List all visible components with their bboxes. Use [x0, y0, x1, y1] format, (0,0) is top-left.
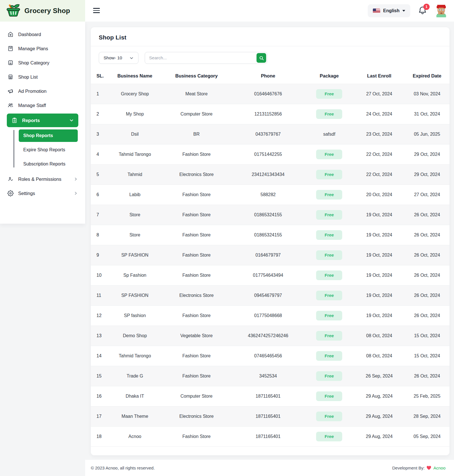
- cell-last-enroll: 19 Oct, 2024: [354, 225, 405, 245]
- submenu-item-expire-shop-reports[interactable]: Expire Shop Reports: [19, 144, 78, 156]
- cell-last-enroll: 08 Oct, 2024: [354, 346, 405, 366]
- sidebar-item-manage-staff[interactable]: Manage Staff: [0, 98, 85, 112]
- cell-phone: 09454679797: [232, 285, 305, 305]
- cell-sl: 14: [91, 346, 108, 366]
- table-row: 9SP FASHIONFashion Store0164679797Free19…: [91, 245, 449, 265]
- developer-brand-link[interactable]: Acnoo: [433, 465, 445, 470]
- column-header-last-enroll: Last Enroll: [354, 68, 405, 84]
- sidebar-item-label: Shop List: [18, 74, 38, 80]
- package-badge: Free: [316, 291, 342, 300]
- cell-phone: 0437679767: [232, 124, 305, 144]
- table-row: 4Tahmid TarongoFashion Store01751442255F…: [91, 144, 449, 164]
- show-per-page-select[interactable]: Show- 10: [99, 52, 138, 64]
- notifications-button[interactable]: 1: [418, 6, 427, 16]
- chevron-down-icon: [129, 56, 134, 60]
- search-icon: [259, 56, 264, 60]
- reports-submenu: Shop Reports Expire Shop Reports Subscri…: [0, 129, 85, 170]
- submenu-item-shop-reports[interactable]: Shop Reports: [19, 129, 78, 142]
- sidebar-item-roles-permissions[interactable]: Roles & Permissions: [0, 172, 85, 186]
- cell-package: Free: [305, 245, 354, 265]
- table-row: 14Tahmid TarongoFashion Store07465465456…: [91, 346, 449, 366]
- show-select-value: Show- 10: [104, 55, 122, 60]
- sidebar-item-reports[interactable]: Reports: [7, 114, 78, 127]
- cell-sl: 16: [91, 386, 108, 406]
- cell-business-name: Labib: [108, 184, 161, 205]
- cell-business-category: Fashion Store: [161, 366, 232, 386]
- cell-sl: 18: [91, 426, 108, 446]
- sidebar-item-label: Ad Promotion: [18, 89, 47, 94]
- cell-package: Free: [305, 104, 354, 124]
- cell-phone: 07465465456: [232, 346, 305, 366]
- table-row: 8StoreFashion Store01865324155Free19 Oct…: [91, 225, 449, 245]
- cell-sl: 2: [91, 104, 108, 124]
- package-badge: Free: [316, 190, 342, 200]
- package-badge: Free: [316, 170, 342, 179]
- submenu-item-subscription-reports[interactable]: Subscription Reports: [19, 158, 78, 170]
- table-row: 11SP FASHIONElectronics Store09454679797…: [91, 285, 449, 305]
- notification-count-badge: 1: [423, 4, 430, 10]
- sidebar-item-label: Shop Category: [18, 60, 49, 66]
- cell-business-name: Tahmid Tarongo: [108, 144, 161, 164]
- sidebar-item-shop-category[interactable]: Shop Category: [0, 56, 85, 70]
- sidebar-item-dashboard[interactable]: Dashboard: [0, 27, 85, 41]
- package-badge: Free: [316, 210, 342, 220]
- table-row: 5TahmidElectronics Store2341241343434Fre…: [91, 164, 449, 184]
- users-icon: [7, 102, 14, 108]
- sidebar-toggle-hamburger-icon[interactable]: [93, 7, 100, 14]
- cell-expired-date: 26 Oct, 2024: [405, 305, 449, 326]
- store-icon: [7, 74, 14, 80]
- cell-last-enroll: 29 Aug, 2024: [354, 426, 405, 446]
- cell-sl: 7: [91, 205, 108, 225]
- cell-expired-date: 05 Jun, 2025: [405, 124, 449, 144]
- cell-sl: 8: [91, 225, 108, 245]
- package-badge: Free: [316, 371, 342, 381]
- cell-last-enroll: 29 Aug, 2024: [354, 406, 405, 426]
- cell-package: Free: [305, 225, 354, 245]
- cell-expired-date: 03 Nov, 2024: [405, 84, 449, 104]
- package-badge: Free: [316, 331, 342, 341]
- cell-package: Free: [305, 406, 354, 426]
- package-badge: Free: [316, 351, 342, 361]
- sidebar-item-label: Dashboard: [18, 32, 41, 37]
- sidebar-item-label: Manage Plans: [18, 46, 48, 51]
- cell-package: Free: [305, 184, 354, 205]
- shop-table: SL. Business Name Business Category Phon…: [91, 68, 449, 447]
- cell-phone: 3452534: [232, 366, 305, 386]
- package-badge: Free: [316, 250, 342, 260]
- cell-phone: 017754643494: [232, 265, 305, 285]
- sidebar-item-label: Roles & Permissions: [18, 177, 61, 182]
- cell-expired-date: 26 Oct, 2024: [405, 366, 449, 386]
- column-header-sl: SL.: [91, 68, 108, 84]
- sidebar-item-manage-plans[interactable]: Manage Plans: [0, 41, 85, 56]
- cell-sl: 4: [91, 144, 108, 164]
- brand-name: Grocery Shop: [24, 7, 70, 15]
- cell-business-category: Vegetable Store: [161, 326, 232, 346]
- chevron-right-icon: [74, 191, 78, 195]
- cell-last-enroll: 19 Oct, 2024: [354, 245, 405, 265]
- copyright-text: © 2023 Acnoo, all rights reserved.: [91, 465, 155, 470]
- sidebar-item-settings[interactable]: Settings: [0, 186, 85, 200]
- cell-business-category: Fashion Store: [161, 245, 232, 265]
- cell-expired-date: 26 Oct, 2024: [405, 205, 449, 225]
- cell-package: Free: [305, 346, 354, 366]
- cell-business-name: Sp Fashion: [108, 265, 161, 285]
- home-icon: [7, 31, 14, 37]
- search-button[interactable]: [257, 53, 266, 63]
- table-row: 6LabibFashion Store588282Free20 Oct, 202…: [91, 184, 449, 205]
- cell-business-category: Fashion Store: [161, 265, 232, 285]
- cell-business-category: Fashion Store: [161, 346, 232, 366]
- package-badge: Free: [316, 230, 342, 240]
- table-row: 12SP fashionFashion Store01775048668Free…: [91, 305, 449, 326]
- cell-business-category: Fashion Store: [161, 426, 232, 446]
- sidebar-item-shop-list[interactable]: Shop List: [0, 70, 85, 84]
- plans-icon: [7, 45, 14, 52]
- search-input[interactable]: [145, 52, 267, 64]
- cell-phone: 12131152856: [232, 104, 305, 124]
- language-selector[interactable]: English: [368, 4, 410, 17]
- user-avatar[interactable]: [435, 4, 448, 17]
- cell-package: Free: [305, 205, 354, 225]
- cell-expired-date: 26 Oct, 2024: [405, 265, 449, 285]
- brand-logo[interactable]: Grocery Shop: [0, 0, 85, 22]
- sidebar-item-label: Reports: [22, 118, 40, 123]
- sidebar-item-ad-promotion[interactable]: Ad Promotion: [0, 84, 85, 98]
